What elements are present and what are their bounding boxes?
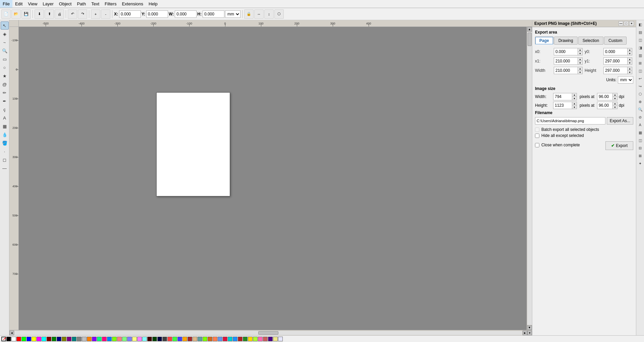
strip-btn-7[interactable]: ◫	[637, 67, 644, 75]
color-swatch[interactable]	[213, 337, 217, 341]
color-swatch[interactable]	[263, 337, 268, 341]
x0-input[interactable]	[554, 48, 578, 55]
hide-all-checkbox[interactable]	[535, 134, 539, 138]
vscrollbar[interactable]: ▲ ▼	[527, 27, 532, 330]
color-swatch[interactable]	[258, 337, 263, 341]
hscroll-right[interactable]: ►	[523, 331, 527, 335]
height-input[interactable]	[604, 67, 627, 74]
undo-btn[interactable]: ↶	[68, 9, 77, 19]
img-height-input[interactable]	[553, 102, 572, 109]
menu-path[interactable]: Path	[74, 0, 89, 8]
strip-btn-5[interactable]: ▥	[637, 52, 644, 59]
units-select[interactable]: mmpxcmin	[618, 76, 633, 84]
y0-spin-down[interactable]: ▼	[627, 52, 632, 55]
color-swatch[interactable]	[72, 337, 76, 341]
strip-btn-9[interactable]: ↪	[637, 83, 644, 90]
color-swatch[interactable]	[127, 337, 132, 341]
lock-btn[interactable]: 🔒	[244, 9, 254, 19]
redo-btn[interactable]: ↷	[78, 9, 87, 19]
color-swatch[interactable]	[233, 337, 237, 341]
dpi2-spin-up[interactable]: ▲	[612, 102, 617, 105]
menu-edit[interactable]: Edit	[12, 0, 25, 8]
panel-minimize[interactable]: —	[619, 21, 623, 26]
color-swatch[interactable]	[16, 337, 21, 341]
flip-v-btn[interactable]: ↕	[264, 9, 274, 19]
width-spin-up[interactable]: ▲	[578, 67, 582, 70]
menu-text[interactable]: Text	[89, 0, 102, 8]
img-width-spin-down[interactable]: ▼	[572, 97, 577, 100]
tab-drawing[interactable]: Drawing	[554, 37, 578, 45]
pen-tool[interactable]: ✒	[1, 97, 9, 105]
circle-tool[interactable]: ○	[1, 63, 9, 71]
color-swatch[interactable]	[177, 337, 182, 341]
strip-btn-3[interactable]: ◫	[637, 36, 644, 44]
hscroll-thumb[interactable]	[258, 331, 278, 335]
color-swatch[interactable]	[32, 337, 36, 341]
color-swatch[interactable]	[82, 337, 87, 341]
color-swatch[interactable]	[147, 337, 152, 341]
canvas-scroll[interactable]	[19, 27, 527, 330]
strip-btn-16[interactable]: ◫	[637, 137, 644, 144]
menu-object[interactable]: Object	[56, 0, 74, 8]
color-swatch[interactable]	[132, 337, 137, 341]
color-swatch[interactable]	[203, 337, 207, 341]
color-swatch[interactable]	[172, 337, 177, 341]
menu-view[interactable]: View	[25, 0, 40, 8]
select-tool[interactable]: ↖	[1, 21, 9, 30]
spray-tool[interactable]: ·	[1, 147, 9, 155]
spiral-tool[interactable]: @	[1, 80, 9, 88]
color-swatch[interactable]	[97, 337, 102, 341]
menu-extensions[interactable]: Extensions	[119, 0, 146, 8]
no-fill-swatch[interactable]	[1, 337, 6, 341]
save-btn[interactable]: 💾	[21, 9, 31, 19]
rect-tool[interactable]: ▭	[1, 55, 9, 63]
img-height-spin-down[interactable]: ▼	[572, 105, 577, 109]
hscrollbar[interactable]: ◄ ► ▾	[9, 330, 532, 335]
eraser-tool[interactable]: ◻	[1, 156, 9, 164]
star-tool[interactable]: ★	[1, 72, 9, 80]
x0-spin-up[interactable]: ▲	[578, 48, 582, 52]
vscroll-up[interactable]: ▲	[527, 27, 532, 32]
x1-input[interactable]	[554, 58, 578, 64]
color-swatch[interactable]	[47, 337, 51, 341]
hscroll-track[interactable]	[14, 331, 522, 335]
panel-close[interactable]: ×	[629, 21, 634, 26]
img-width-input[interactable]	[553, 93, 572, 100]
color-swatch[interactable]	[243, 337, 248, 341]
w-input[interactable]	[175, 10, 197, 18]
color-swatch[interactable]	[187, 337, 192, 341]
y1-spin-down[interactable]: ▼	[627, 61, 632, 64]
color-swatch[interactable]	[11, 337, 16, 341]
tab-selection[interactable]: Selection	[578, 37, 603, 45]
color-swatch[interactable]	[117, 337, 122, 341]
color-swatch[interactable]	[6, 337, 11, 341]
color-swatch[interactable]	[37, 337, 41, 341]
zoom-out-btn[interactable]: -	[101, 9, 110, 19]
tab-page[interactable]: Page	[535, 37, 553, 45]
color-swatch[interactable]	[21, 337, 26, 341]
x1-spin-down[interactable]: ▼	[578, 61, 582, 64]
color-swatch[interactable]	[112, 337, 117, 341]
menu-file[interactable]: File	[0, 0, 12, 8]
color-swatch[interactable]	[62, 337, 66, 341]
dpi2-input[interactable]	[597, 102, 612, 109]
color-swatch[interactable]	[218, 337, 222, 341]
height-spin-down[interactable]: ▼	[627, 70, 632, 74]
text-tool[interactable]: A	[1, 114, 9, 122]
strip-btn-1[interactable]: ◧	[637, 21, 644, 28]
node-tool[interactable]: ◈	[1, 30, 9, 38]
dpi1-input[interactable]	[597, 93, 612, 100]
color-swatch[interactable]	[142, 337, 147, 341]
close-when-checkbox[interactable]	[535, 143, 539, 147]
color-swatch[interactable]	[152, 337, 157, 341]
strip-btn-12[interactable]: 🔍	[637, 106, 644, 113]
color-swatch[interactable]	[228, 337, 232, 341]
strip-btn-18[interactable]: ⊠	[637, 152, 644, 159]
color-swatch[interactable]	[57, 337, 61, 341]
h-input[interactable]	[203, 10, 224, 18]
img-width-spin-up[interactable]: ▲	[572, 93, 577, 97]
panel-maximize[interactable]: □	[624, 21, 629, 26]
color-swatch[interactable]	[92, 337, 97, 341]
color-swatch[interactable]	[238, 337, 243, 341]
zoom-tool[interactable]: 🔍	[1, 47, 9, 55]
